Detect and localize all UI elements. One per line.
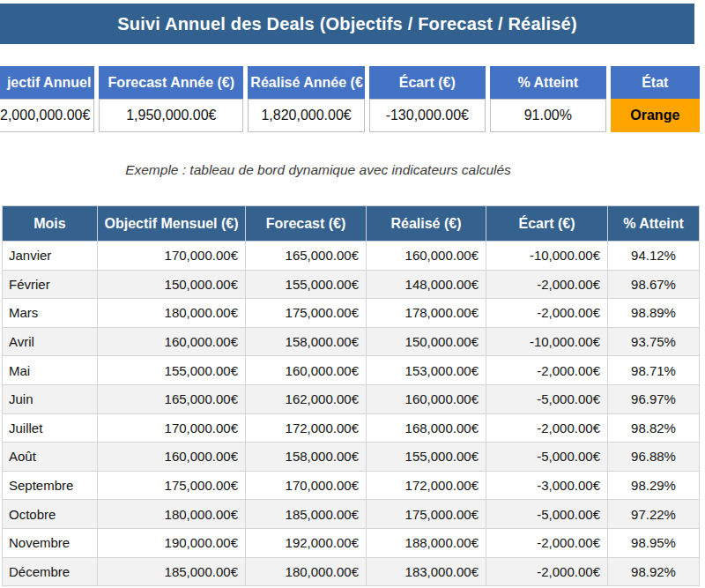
monthly-table-body: Janvier 170,000.00€ 165,000.00€ 160,000.… <box>3 242 700 586</box>
month-cell: Février <box>3 270 98 299</box>
objectif-cell: 185,000.00€ <box>98 557 246 586</box>
month-cell: Décembre <box>3 557 98 586</box>
table-row: Décembre 185,000.00€ 180,000.00€ 183,000… <box>3 557 700 586</box>
realise-cell: 183,000.00€ <box>367 557 486 586</box>
table-row: Novembre 190,000.00€ 192,000.00€ 188,000… <box>3 528 700 557</box>
monthly-table: Mois Objectif Mensuel (€) Forecast (€) R… <box>2 205 700 586</box>
month-cell: Juin <box>3 384 98 413</box>
month-cell: Mars <box>3 299 98 328</box>
table-row: Avril 160,000.00€ 158,000.00€ 150,000.00… <box>3 327 700 356</box>
objectif-cell: 190,000.00€ <box>98 528 246 557</box>
forecast-cell: 158,000.00€ <box>246 327 367 356</box>
month-cell: Octobre <box>3 500 98 529</box>
realise-cell: 172,000.00€ <box>367 471 486 500</box>
objectif-cell: 150,000.00€ <box>98 270 246 299</box>
ecart-cell: -2,000.00€ <box>486 528 608 557</box>
atteint-cell: 96.97% <box>608 384 700 413</box>
realise-cell: 155,000.00€ <box>367 443 486 472</box>
month-cell: Juillet <box>3 413 98 443</box>
summary-table: jectif Annuel Forecast Année (€) Réalisé… <box>0 66 704 132</box>
summary-col-objectif-annuel: jectif Annuel <box>0 66 94 99</box>
atteint-cell: 98.82% <box>608 413 700 443</box>
forecast-cell: 160,000.00€ <box>246 356 367 385</box>
realise-cell: 153,000.00€ <box>367 356 486 385</box>
forecast-cell: 165,000.00€ <box>246 242 367 271</box>
realise-cell: 160,000.00€ <box>367 242 486 271</box>
monthly-col-mois: Mois <box>3 206 98 242</box>
ecart-cell: -3,000.00€ <box>486 471 608 500</box>
summary-objectif-value: 2,000,000.00€ <box>0 99 94 132</box>
realise-cell: 148,000.00€ <box>367 270 486 299</box>
ecart-cell: -10,000.00€ <box>486 242 608 271</box>
atteint-cell: 97.22% <box>608 500 700 529</box>
summary-ecart-value: -130,000.00€ <box>369 99 486 132</box>
table-row: Mai 155,000.00€ 160,000.00€ 153,000.00€ … <box>3 356 700 385</box>
ecart-cell: -10,000.00€ <box>486 327 608 356</box>
page-title: Suivi Annuel des Deals (Objectifs / Fore… <box>117 14 577 34</box>
summary-col-ecart: Écart (€) <box>369 66 486 99</box>
month-cell: Mai <box>3 356 98 385</box>
realise-cell: 178,000.00€ <box>367 299 486 328</box>
forecast-cell: 170,000.00€ <box>246 471 367 500</box>
ecart-cell: -2,000.00€ <box>486 299 608 328</box>
ecart-cell: -5,000.00€ <box>486 443 608 472</box>
objectif-cell: 155,000.00€ <box>98 356 246 385</box>
forecast-cell: 180,000.00€ <box>246 557 367 586</box>
objectif-cell: 175,000.00€ <box>98 471 246 500</box>
summary-header-row: jectif Annuel Forecast Année (€) Réalisé… <box>0 66 700 99</box>
realise-cell: 188,000.00€ <box>367 528 486 557</box>
objectif-cell: 160,000.00€ <box>98 443 246 472</box>
objectif-cell: 180,000.00€ <box>98 500 246 529</box>
atteint-cell: 98.89% <box>608 299 700 328</box>
table-row: Août 160,000.00€ 158,000.00€ 155,000.00€… <box>3 443 700 472</box>
table-row: Octobre 180,000.00€ 185,000.00€ 175,000.… <box>3 500 700 529</box>
summary-col-realise-annee: Réalisé Année (€ <box>248 66 364 99</box>
forecast-cell: 155,000.00€ <box>246 270 367 299</box>
monthly-col-realise: Réalisé (€) <box>367 206 486 242</box>
month-cell: Septembre <box>3 471 98 500</box>
monthly-col-atteint: % Atteint <box>608 206 700 242</box>
ecart-cell: -2,000.00€ <box>486 356 608 385</box>
caption: Exemple : tableau de bord dynamique avec… <box>0 161 636 179</box>
atteint-cell: 98.67% <box>608 270 700 299</box>
forecast-cell: 158,000.00€ <box>246 443 367 472</box>
ecart-cell: -2,000.00€ <box>486 413 608 443</box>
atteint-cell: 93.75% <box>608 327 700 356</box>
realise-cell: 175,000.00€ <box>367 500 486 529</box>
ecart-cell: -2,000.00€ <box>486 270 608 299</box>
objectif-cell: 180,000.00€ <box>98 299 246 328</box>
table-row: Juin 165,000.00€ 162,000.00€ 160,000.00€… <box>3 384 700 413</box>
table-row: Février 150,000.00€ 155,000.00€ 148,000.… <box>3 270 700 299</box>
objectif-cell: 170,000.00€ <box>98 413 246 443</box>
forecast-cell: 192,000.00€ <box>246 528 367 557</box>
monthly-col-forecast: Forecast (€) <box>246 206 367 242</box>
page-title-bar: Suivi Annuel des Deals (Objectifs / Fore… <box>0 4 694 44</box>
objectif-cell: 160,000.00€ <box>98 327 246 356</box>
forecast-cell: 172,000.00€ <box>246 413 367 443</box>
status-badge: Orange <box>611 99 700 132</box>
summary-atteint-value: 91.00% <box>490 99 606 132</box>
month-cell: Novembre <box>3 528 98 557</box>
atteint-cell: 98.29% <box>608 471 700 500</box>
monthly-col-ecart: Écart (€) <box>486 206 608 242</box>
atteint-cell: 98.92% <box>608 557 700 586</box>
realise-cell: 150,000.00€ <box>367 327 486 356</box>
summary-col-atteint: % Atteint <box>490 66 606 99</box>
summary-forecast-value: 1,950,000.00€ <box>99 99 243 132</box>
monthly-header-row: Mois Objectif Mensuel (€) Forecast (€) R… <box>3 206 700 242</box>
realise-cell: 160,000.00€ <box>367 384 486 413</box>
summary-col-etat: État <box>611 66 700 99</box>
summary-realise-value: 1,820,000.00€ <box>248 99 364 132</box>
month-cell: Janvier <box>3 242 98 271</box>
atteint-cell: 94.12% <box>608 242 700 271</box>
table-row: Mars 180,000.00€ 175,000.00€ 178,000.00€… <box>3 299 700 328</box>
monthly-col-objectif: Objectif Mensuel (€) <box>98 206 246 242</box>
realise-cell: 168,000.00€ <box>367 413 486 443</box>
month-cell: Avril <box>3 327 98 356</box>
forecast-cell: 162,000.00€ <box>246 384 367 413</box>
summary-col-forecast-annee: Forecast Année (€) <box>99 66 243 99</box>
ecart-cell: -5,000.00€ <box>486 384 608 413</box>
summary-value-row: 2,000,000.00€ 1,950,000.00€ 1,820,000.00… <box>0 99 700 132</box>
table-row: Juillet 170,000.00€ 172,000.00€ 168,000.… <box>3 413 700 443</box>
table-row: Septembre 175,000.00€ 170,000.00€ 172,00… <box>3 471 700 500</box>
